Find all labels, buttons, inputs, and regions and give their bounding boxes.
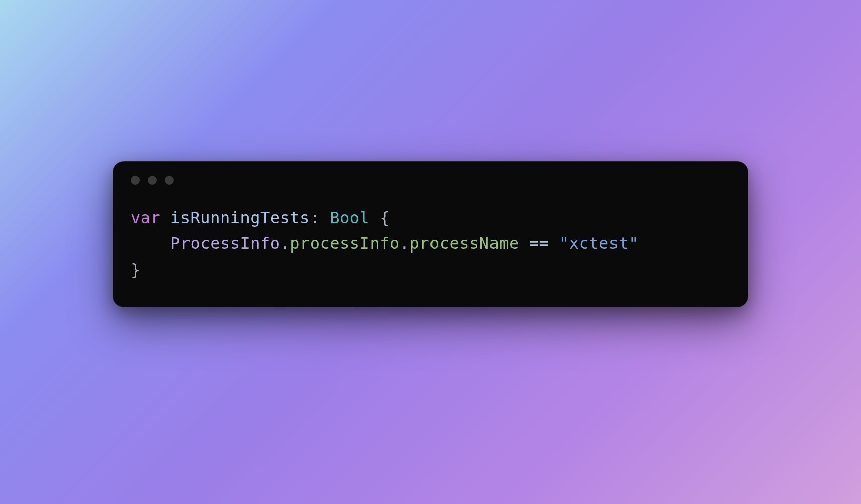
code-property: processName <box>409 234 519 253</box>
code-content: var isRunningTests: Bool { ProcessInfo.p… <box>113 190 748 307</box>
code-brace: } <box>131 260 141 279</box>
code-colon: : <box>310 208 330 227</box>
code-identifier: isRunningTests <box>170 208 310 227</box>
code-type-ref: ProcessInfo <box>170 234 280 253</box>
code-dot: . <box>280 234 290 253</box>
code-brace: { <box>380 208 390 227</box>
code-string: "xctest" <box>559 234 639 253</box>
code-operator: == <box>529 234 549 253</box>
code-window: var isRunningTests: Bool { ProcessInfo.p… <box>113 161 748 307</box>
titlebar <box>113 162 748 190</box>
minimize-icon[interactable] <box>148 176 157 185</box>
code-dot: . <box>400 234 410 253</box>
code-keyword: var <box>131 208 160 227</box>
code-type: Bool <box>330 208 370 227</box>
code-property: processInfo <box>290 234 399 253</box>
close-icon[interactable] <box>131 176 140 185</box>
maximize-icon[interactable] <box>165 176 174 185</box>
